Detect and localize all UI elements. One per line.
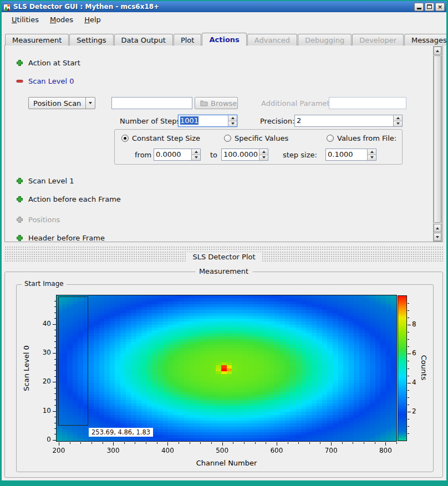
scan-level-0-row[interactable]: Scan Level 0 [16,76,74,86]
to-spinbox[interactable]: 100.0000 [221,149,268,161]
colorbar-minor-tick [408,310,409,311]
tab-messages[interactable]: Messages [404,34,448,45]
maximize-icon [427,4,432,9]
radio-specific-values[interactable]: Specific Values [224,134,288,142]
spin-up-icon[interactable] [368,149,376,155]
spin-up-icon[interactable] [259,149,268,155]
window-border-bottom[interactable] [0,480,448,486]
scan-mode-select[interactable]: Position Scan [28,97,95,109]
radio-checked-icon[interactable] [121,135,129,142]
spin-down-icon[interactable] [368,155,376,161]
scan-mode-value: Position Scan [33,99,81,108]
plus-icon[interactable] [16,234,23,242]
scroll-up-button-2[interactable] [434,224,441,232]
plus-icon[interactable] [16,177,23,185]
spin-up-icon[interactable] [192,149,200,155]
from-spinbox[interactable]: 0.0000 [154,149,201,161]
y-tick-label: 30 [35,349,51,357]
heatmap-canvas[interactable] [57,295,396,441]
colorbar-frame [398,295,407,441]
colorbar-minor-tick [408,303,409,304]
menu-utilities[interactable]: Utilities [6,13,44,26]
colorbar-title: Counts [420,340,428,396]
y-minor-tick [54,405,56,406]
x-major-tick [113,442,114,446]
spin-down-icon[interactable] [259,155,268,161]
minus-icon[interactable] [16,78,23,85]
to-value: 100.0000 [222,149,259,160]
tab-measurement[interactable]: Measurement [5,34,69,45]
action-at-start-row[interactable]: Action at Start [16,58,80,68]
tab-actions[interactable]: Actions [202,33,246,45]
chevron-down-icon[interactable] [85,98,95,109]
x-major-tick [331,442,332,446]
splitter-handle[interactable] [4,246,444,250]
tab-plot[interactable]: Plot [174,34,202,45]
x-minor-tick [244,442,245,444]
number-of-steps-label: Number of Steps: [120,117,183,125]
spin-buttons[interactable] [393,115,402,126]
menu-help-accel: H [84,16,90,24]
x-minor-tick [91,442,92,444]
spin-down-icon[interactable] [228,121,237,127]
spin-buttons[interactable] [259,149,268,160]
spin-up-icon[interactable] [228,115,237,121]
x-minor-tick [146,442,146,444]
plus-icon[interactable] [16,59,23,66]
scan-level-0-label: Scan Level 0 [28,77,74,85]
number-of-steps-value: 1001 [180,116,198,125]
radio-specific-label: Specific Values [235,134,288,142]
positions-row: Positions [16,215,60,224]
x-tick-label: 600 [266,447,288,455]
spin-buttons[interactable] [228,115,237,126]
menu-help[interactable]: Help [79,13,106,26]
titlebar[interactable]: SLS Detector GUI : Mythen - mcs6x18+ × [2,1,446,12]
scroll-up-button[interactable] [434,47,441,55]
header-before-frame-row[interactable]: Header before Frame [16,233,105,242]
plus-icon[interactable] [16,196,23,203]
x-minor-tick [200,442,201,444]
colorbar-minor-tick [408,339,409,340]
minimize-button[interactable] [414,3,424,11]
action-before-frame-row[interactable]: Action before each Frame [16,195,121,204]
maximize-button[interactable] [425,3,434,11]
x-minor-tick [396,442,397,444]
y-tick-label: 10 [35,407,51,415]
app-icon [3,3,11,11]
radio-unchecked-icon[interactable] [327,135,334,142]
scan-level-1-row[interactable]: Scan Level 1 [16,176,74,186]
menu-modes[interactable]: Modes [44,13,79,26]
y-axis-title: Scan Level 0 [22,341,30,396]
radio-constant-step-size[interactable]: Constant Step Size [121,134,200,142]
x-tick-label: 700 [320,447,342,455]
from-label: from [135,151,151,159]
colorbar-canvas [398,296,406,441]
step-size-spinbox[interactable]: 0.1000 [325,149,376,161]
scan-script-input[interactable] [111,97,192,109]
spin-down-icon[interactable] [192,155,200,161]
plot-dock-titlebar[interactable]: SLS Detector Plot [4,251,444,262]
spin-buttons[interactable] [191,149,200,160]
colorbar-minor-tick [408,390,409,391]
number-of-steps-spinbox[interactable]: 1001 [178,115,237,127]
scrollbar-thumb[interactable] [434,55,441,223]
radio-values-from-file[interactable]: Values from File: [327,134,396,142]
spin-down-icon[interactable] [394,121,402,127]
y-minor-tick [54,423,56,423]
scroll-down-button[interactable] [434,233,441,241]
tab-data-output[interactable]: Data Output [114,34,173,45]
precision-spinbox[interactable]: 2 [294,115,403,127]
radio-unchecked-icon[interactable] [224,135,231,142]
plot-area: 253.69, 4.86, 1.83 Channel Number Scan L… [17,285,433,472]
colorbar-minor-tick [408,433,409,434]
spin-buttons[interactable] [367,149,376,160]
vertical-scrollbar[interactable] [433,46,442,242]
x-tick-label: 500 [211,447,233,455]
spin-up-icon[interactable] [394,115,402,121]
x-minor-tick [266,442,266,444]
plot-dock-title: SLS Detector Plot [186,252,262,262]
x-minor-tick [342,442,343,444]
tab-settings[interactable]: Settings [69,34,113,45]
close-button[interactable]: × [435,3,445,11]
zoom-selection-rect [58,296,88,426]
